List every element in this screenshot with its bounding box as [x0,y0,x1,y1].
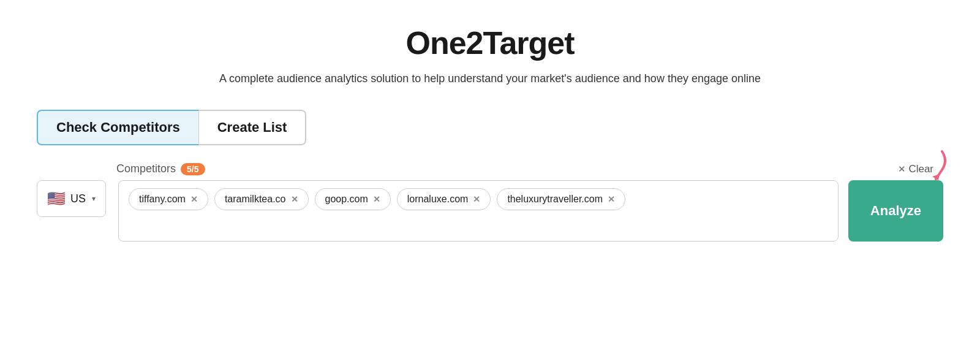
location-dropdown[interactable]: 🇺🇸 US ▾ [37,180,106,217]
flag-icon: 🇺🇸 [47,190,66,207]
right-section: Competitors 5/5 ✕ Clear [116,162,943,180]
top-labels-row: Competitors 5/5 ✕ Clear [116,162,943,175]
clear-x-icon: ✕ [898,164,906,175]
tag-4: lornaluxe.com ✕ [397,188,491,210]
page-title: One2Target [405,25,574,61]
competitors-text: Competitors [116,162,176,175]
tag-5-remove[interactable]: ✕ [608,194,615,204]
tag-3-label: goop.com [325,194,368,205]
tag-2-label: taramilktea.co [225,194,286,205]
inputs-row: 🇺🇸 US ▾ tiffany.com ✕ taramilktea.co ✕ g… [37,180,943,242]
tag-4-label: lornaluxe.com [407,194,469,205]
main-controls: Competitors 5/5 ✕ Clear [37,162,943,180]
tag-3-remove[interactable]: ✕ [373,194,380,204]
tag-1-remove[interactable]: ✕ [190,194,198,204]
analyze-button[interactable]: Analyze [848,180,943,242]
competitors-input-box[interactable]: tiffany.com ✕ taramilktea.co ✕ goop.com … [118,180,839,242]
tag-2-remove[interactable]: ✕ [291,194,298,204]
tag-3: goop.com ✕ [315,188,391,210]
clear-text: Clear [908,163,933,175]
tag-5-label: theluxurytraveller.com [507,194,603,205]
location-country: US [70,192,86,205]
competitors-label: Competitors 5/5 [116,162,898,175]
tag-2: taramilktea.co ✕ [214,188,309,210]
tag-1: tiffany.com ✕ [129,188,208,210]
tag-4-remove[interactable]: ✕ [473,194,480,204]
clear-button[interactable]: ✕ Clear [898,163,933,175]
tabs-container: Check Competitors Create List [37,110,943,145]
tag-1-label: tiffany.com [139,194,186,205]
competitors-badge: 5/5 [181,163,205,175]
page-subtitle: A complete audience analytics solution t… [219,72,761,85]
tab-create-list[interactable]: Create List [198,110,307,145]
tab-check-competitors[interactable]: Check Competitors [37,110,198,145]
tag-5: theluxurytraveller.com ✕ [497,188,625,210]
analyze-button-container: Analyze [848,180,943,242]
chevron-down-icon: ▾ [92,194,96,203]
